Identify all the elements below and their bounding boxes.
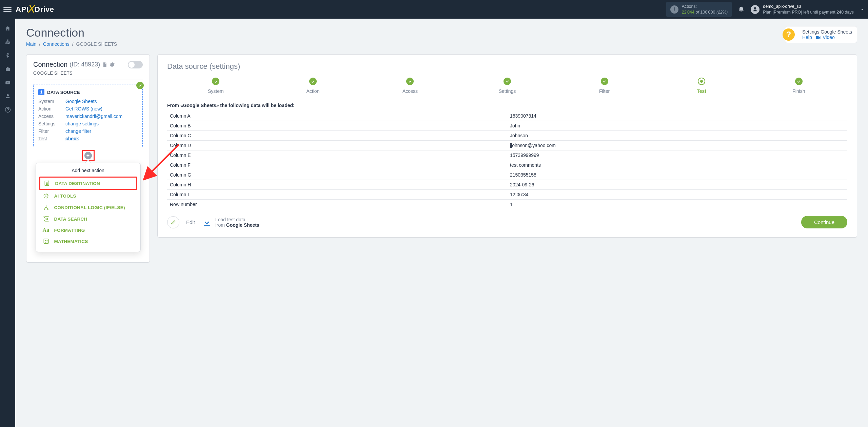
- table-row: Column CJohnson: [167, 131, 847, 141]
- action-item-formatting[interactable]: Aa FORMATTING: [39, 225, 137, 236]
- chevron-down-icon[interactable]: [860, 7, 865, 12]
- edit-label: Edit: [186, 219, 195, 225]
- source-row-label: Filter: [38, 128, 65, 134]
- note-icon[interactable]: [102, 62, 107, 67]
- data-source-header: DATA SOURCE: [47, 90, 80, 95]
- check-badge-icon: [136, 82, 144, 89]
- action-item-data-search[interactable]: DATA SEARCH: [39, 213, 137, 225]
- question-icon[interactable]: [5, 107, 11, 113]
- help-circle-icon[interactable]: ?: [783, 28, 795, 41]
- breadcrumb-connections[interactable]: Connections: [43, 41, 70, 47]
- table-row: Column Djjohnson@yahoo.com: [167, 141, 847, 150]
- table-row: Column A1639007314: [167, 111, 847, 121]
- help-box: ? Settings Google Sheets Help Video: [785, 26, 857, 43]
- step-indicator: SystemActionAccessSettingsFilterTestFini…: [167, 78, 847, 94]
- table-row: Column Ftest comments: [167, 160, 847, 170]
- video-link[interactable]: Video: [816, 35, 834, 40]
- step-test[interactable]: Test: [653, 78, 750, 94]
- source-row-link[interactable]: maverickandrii@gmail.com: [65, 114, 122, 119]
- logo[interactable]: APIXDrive: [16, 5, 54, 14]
- user-name: demo_apix-drive_s3: [763, 4, 854, 9]
- table-row: Column G2150355158: [167, 170, 847, 180]
- data-source-settings-card: Data source (settings) SystemActionAcces…: [157, 54, 857, 238]
- step-number-badge: 1: [38, 89, 44, 95]
- sidebar: [0, 19, 15, 270]
- svg-rect-7: [44, 239, 48, 243]
- table-row: Column I12:06:34: [167, 190, 847, 200]
- actions-label: Actions:: [682, 4, 728, 9]
- formatting-icon: Aa: [43, 227, 50, 233]
- step-finish[interactable]: Finish: [750, 78, 847, 94]
- info-icon: i: [670, 5, 678, 14]
- svg-rect-3: [816, 36, 819, 39]
- user-plan: Plan |Premium PRO| left until payment 24…: [763, 9, 854, 15]
- table-row: Column E15739999999: [167, 150, 847, 160]
- menu-toggle[interactable]: [3, 5, 12, 14]
- source-row-link[interactable]: check: [65, 136, 79, 141]
- action-item-mathematics[interactable]: MATHEMATICS: [39, 236, 137, 247]
- help-title: Settings Google Sheets: [802, 29, 852, 35]
- actions-counter[interactable]: i Actions: 22'044 of 100'000 (22%): [666, 2, 732, 17]
- svg-point-5: [45, 195, 47, 197]
- dollar-icon[interactable]: [5, 53, 11, 59]
- user-avatar-icon: [751, 5, 760, 14]
- add-action-popover: Add next action DATA DESTINATION AI TOOL…: [36, 163, 141, 252]
- source-row-label: Action: [38, 106, 65, 111]
- page-title: Connection: [26, 26, 117, 39]
- step-filter[interactable]: Filter: [556, 78, 653, 94]
- table-row: Column H2024-09-26: [167, 180, 847, 190]
- home-icon[interactable]: [5, 25, 11, 32]
- connection-card-title: Connection: [33, 61, 67, 68]
- breadcrumb-main[interactable]: Main: [26, 41, 36, 47]
- youtube-icon[interactable]: [5, 80, 11, 86]
- settings-title: Data source (settings): [167, 62, 847, 71]
- action-item-ai-tools[interactable]: AI TOOLS: [39, 190, 137, 202]
- load-test-data-button[interactable]: Load test data from Google Sheets: [202, 217, 259, 228]
- action-item-data-destination[interactable]: DATA DESTINATION: [39, 177, 137, 190]
- step-access[interactable]: Access: [361, 78, 459, 94]
- source-row-link[interactable]: Get ROWS (new): [65, 106, 102, 111]
- table-row: Column BJohn: [167, 121, 847, 131]
- user-icon[interactable]: [5, 93, 11, 99]
- data-source-box[interactable]: 1 DATA SOURCE SystemGoogle SheetsActionG…: [33, 84, 143, 147]
- enable-toggle[interactable]: [128, 61, 143, 68]
- sitemap-icon[interactable]: [5, 39, 11, 45]
- connection-type: GOOGLE SHEETS: [33, 70, 143, 80]
- popover-title: Add next action: [39, 168, 137, 173]
- download-icon: [202, 217, 212, 227]
- source-row-label: Settings: [38, 121, 65, 126]
- step-system[interactable]: System: [167, 78, 264, 94]
- source-row-label: Access: [38, 114, 65, 119]
- breadcrumb-current: GOOGLE SHEETS: [76, 41, 117, 47]
- source-row-label: Test: [38, 136, 65, 141]
- data-preview-header: From «Google Sheets» the following data …: [167, 103, 847, 108]
- table-row: Row number1: [167, 200, 847, 209]
- connection-id: (ID: 48923): [70, 61, 100, 68]
- source-row-link[interactable]: change filter: [65, 128, 91, 134]
- edit-button[interactable]: [167, 216, 179, 228]
- briefcase-icon[interactable]: [5, 66, 11, 72]
- data-preview-table: Column A1639007314Column BJohnColumn CJo…: [167, 111, 847, 209]
- source-row-label: System: [38, 99, 65, 104]
- continue-button[interactable]: Continue: [801, 216, 847, 228]
- svg-point-1: [7, 94, 9, 96]
- step-settings[interactable]: Settings: [459, 78, 556, 94]
- help-link[interactable]: Help: [802, 35, 812, 40]
- source-row-link[interactable]: change settings: [65, 121, 99, 126]
- bell-icon[interactable]: [738, 6, 745, 13]
- action-item-conditional-logic[interactable]: CONDITIONAL LOGIC (IF/ELSE): [39, 202, 137, 213]
- connection-card: Connection (ID: 48923) GOOGLE SHEETS 1 D…: [26, 54, 150, 263]
- app-header: APIXDrive i Actions: 22'044 of 100'000 (…: [0, 0, 868, 19]
- source-row-link[interactable]: Google Sheets: [65, 99, 97, 104]
- breadcrumb: Main / Connections / GOOGLE SHEETS: [26, 41, 117, 47]
- user-menu[interactable]: demo_apix-drive_s3 Plan |Premium PRO| le…: [751, 4, 854, 15]
- step-action[interactable]: Action: [264, 78, 362, 94]
- gear-icon[interactable]: [110, 62, 115, 67]
